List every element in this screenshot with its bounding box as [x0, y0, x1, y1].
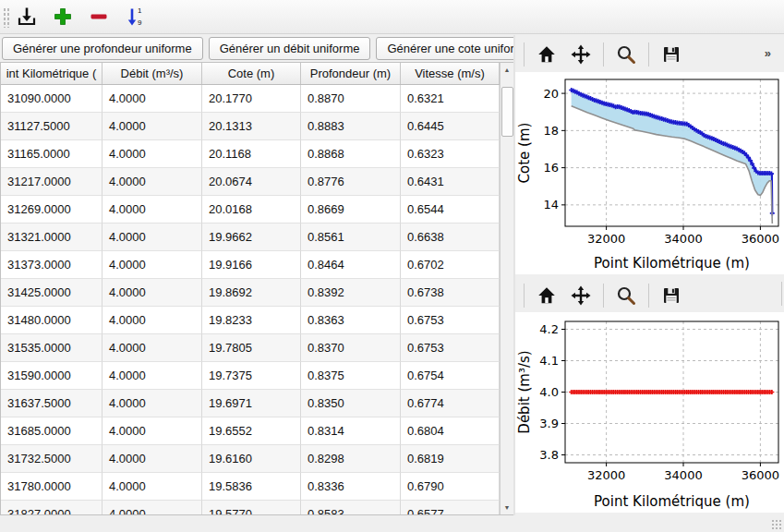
table-cell[interactable]: 31165.0000: [1, 140, 103, 168]
table-cell[interactable]: 31535.0000: [1, 334, 103, 362]
table-cell[interactable]: 31637.5000: [1, 390, 103, 417]
scrollbar-thumb[interactable]: [501, 87, 513, 137]
table-cell[interactable]: 4.0000: [103, 168, 202, 196]
table-cell[interactable]: 0.6754: [401, 362, 500, 390]
zoom-button[interactable]: [614, 284, 638, 308]
table-cell[interactable]: 4.0000: [103, 196, 202, 224]
table-cell[interactable]: 19.7805: [202, 334, 301, 362]
table-cell[interactable]: 0.6753: [401, 307, 500, 334]
table-vertical-scrollbar[interactable]: ▲ ▼: [500, 63, 513, 514]
table-cell[interactable]: 19.6552: [202, 417, 301, 445]
home-button[interactable]: [535, 42, 559, 66]
table-header-cell[interactable]: int Kilométrique (: [1, 63, 103, 84]
table-cell[interactable]: 4.0000: [103, 224, 202, 251]
table-cell[interactable]: 31373.0000: [1, 251, 103, 279]
table-cell[interactable]: 19.7375: [202, 362, 301, 390]
add-row-button[interactable]: [51, 5, 75, 29]
table-cell[interactable]: 0.8363: [301, 307, 401, 334]
toolbar-drag-handle[interactable]: [3, 7, 9, 28]
table-cell[interactable]: 20.0168: [202, 196, 301, 224]
cote-chart[interactable]: 32000340003600014161820Point Kilométriqu…: [515, 72, 784, 274]
table-cell[interactable]: 0.6702: [401, 251, 500, 279]
table-header-cell[interactable]: Débit (m³/s): [103, 63, 202, 84]
table-cell[interactable]: 0.8561: [301, 224, 401, 251]
table-cell[interactable]: 0.8298: [301, 445, 401, 473]
window-resize-grip[interactable]: [771, 519, 782, 530]
table-cell[interactable]: 20.1168: [202, 140, 301, 168]
remove-row-button[interactable]: [87, 5, 111, 29]
table-cell[interactable]: 0.8336: [301, 473, 401, 501]
table-cell[interactable]: 19.8233: [202, 307, 301, 334]
table-cell[interactable]: 31827.0000: [1, 501, 103, 515]
table-cell[interactable]: 0.6753: [401, 334, 500, 362]
toolbar-overflow-button[interactable]: »: [759, 45, 776, 61]
table-cell[interactable]: 0.8375: [301, 362, 401, 390]
save-button[interactable]: [659, 284, 683, 308]
table-cell[interactable]: 4.0000: [103, 307, 202, 334]
table-cell[interactable]: 0.6774: [401, 390, 500, 417]
table-cell[interactable]: 31090.0000: [1, 85, 103, 113]
scroll-down-button[interactable]: ▼: [501, 501, 513, 514]
table-cell[interactable]: 0.6738: [401, 279, 500, 307]
table-cell[interactable]: 31425.0000: [1, 279, 103, 307]
table-cell[interactable]: 4.0000: [103, 85, 202, 113]
table-cell[interactable]: 31321.0000: [1, 224, 103, 251]
table-cell[interactable]: 20.1770: [202, 85, 301, 113]
table-cell[interactable]: 31480.0000: [1, 307, 103, 334]
save-button[interactable]: [659, 42, 683, 66]
table-cell[interactable]: 31217.0000: [1, 168, 103, 196]
table-cell[interactable]: 0.8883: [301, 113, 401, 140]
table-cell[interactable]: 0.8583: [301, 501, 401, 515]
table-cell[interactable]: 31732.5000: [1, 445, 103, 473]
table-cell[interactable]: 31685.0000: [1, 417, 103, 445]
table-cell[interactable]: 0.6790: [401, 473, 500, 501]
table-cell[interactable]: 0.6577: [401, 501, 500, 515]
table-cell[interactable]: 31269.0000: [1, 196, 103, 224]
table-cell[interactable]: 0.6431: [401, 168, 500, 196]
import-button[interactable]: [15, 5, 39, 29]
table-cell[interactable]: 0.8314: [301, 417, 401, 445]
table-cell[interactable]: 0.6445: [401, 113, 500, 140]
table-cell[interactable]: 4.0000: [103, 113, 202, 140]
table-cell[interactable]: 19.5836: [202, 473, 301, 501]
table-cell[interactable]: 4.0000: [103, 334, 202, 362]
table-cell[interactable]: 19.6971: [202, 390, 301, 417]
table-cell[interactable]: 0.8464: [301, 251, 401, 279]
table-cell[interactable]: 0.6544: [401, 196, 500, 224]
table-cell[interactable]: 0.6819: [401, 445, 500, 473]
table-cell[interactable]: 31127.5000: [1, 113, 103, 140]
generate-depth-button[interactable]: Générer une profondeur uniforme: [2, 37, 203, 60]
home-button[interactable]: [535, 284, 559, 308]
table-cell[interactable]: 4.0000: [103, 390, 202, 417]
table-header-cell[interactable]: Profondeur (m): [301, 63, 401, 84]
table-cell[interactable]: 4.0000: [103, 445, 202, 473]
table-cell[interactable]: 20.0674: [202, 168, 301, 196]
table-cell[interactable]: 19.6160: [202, 445, 301, 473]
table-cell[interactable]: 0.6804: [401, 417, 500, 445]
generate-flow-button[interactable]: Générer un débit uniforme: [209, 37, 371, 60]
pan-button[interactable]: [569, 284, 593, 308]
table-cell[interactable]: 0.8868: [301, 140, 401, 168]
table-cell[interactable]: 4.0000: [103, 473, 202, 501]
table-cell[interactable]: 31780.0000: [1, 473, 103, 501]
table-header-cell[interactable]: Vitesse (m/s): [401, 63, 500, 84]
table-cell[interactable]: 4.0000: [103, 501, 202, 515]
table-header-cell[interactable]: Cote (m): [202, 63, 301, 84]
table-cell[interactable]: 0.8870: [301, 85, 401, 113]
table-cell[interactable]: 19.8692: [202, 279, 301, 307]
table-cell[interactable]: 19.5770: [202, 501, 301, 515]
table-cell[interactable]: 0.8350: [301, 390, 401, 417]
table-cell[interactable]: 19.9662: [202, 224, 301, 251]
table-cell[interactable]: 31590.0000: [1, 362, 103, 390]
table-cell[interactable]: 0.8370: [301, 334, 401, 362]
table-cell[interactable]: 4.0000: [103, 279, 202, 307]
table-cell[interactable]: 0.8669: [301, 196, 401, 224]
table-cell[interactable]: 4.0000: [103, 140, 202, 168]
sort-button[interactable]: 1 9: [123, 5, 147, 29]
table-cell[interactable]: 4.0000: [103, 251, 202, 279]
table-cell[interactable]: 0.6321: [401, 85, 500, 113]
table-cell[interactable]: 20.1313: [202, 113, 301, 140]
table-cell[interactable]: 0.8392: [301, 279, 401, 307]
zoom-button[interactable]: [614, 42, 638, 66]
debit-chart[interactable]: 3200034000360003.83.94.04.14.2Point Kilo…: [515, 312, 784, 513]
